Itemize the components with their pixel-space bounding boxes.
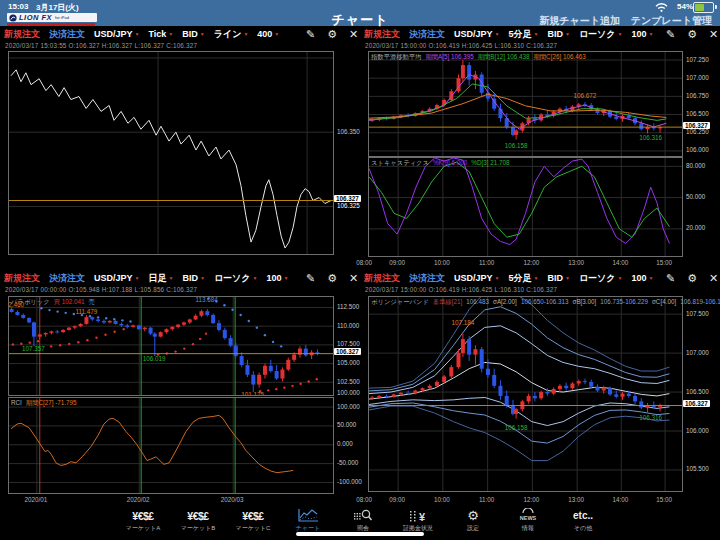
edit-chart-icon[interactable]: ✎ [666, 28, 675, 41]
home-indicator[interactable] [296, 532, 424, 536]
edit-chart-icon[interactable]: ✎ [306, 28, 315, 41]
chart-3-sub-plot[interactable] [8, 397, 334, 494]
timeframe-dropdown[interactable]: 5分足▼ [508, 272, 538, 285]
dock-item-market-c[interactable]: ¥€$£マーケットC [227, 508, 279, 533]
timeframe-dropdown[interactable]: 日足▼ [148, 272, 173, 285]
top-bar: 15:03 3月17日(火) 54% LION FX for iPad チャート… [0, 0, 720, 26]
caret-down-icon: ▼ [135, 31, 140, 37]
axis-label: 106.750 [686, 92, 709, 99]
price-annotation: 106.316 [639, 134, 662, 141]
dock-item-market-a[interactable]: ¥€$£マーケットA [117, 508, 169, 533]
caret-down-icon: ▼ [565, 31, 570, 37]
dock-label: マーケットA [117, 524, 169, 533]
caret-down-icon: ▼ [135, 275, 140, 281]
side-dropdown[interactable]: BID▼ [182, 29, 204, 39]
new-order-button[interactable]: 新規注文 [364, 28, 400, 41]
chart-type-dropdown[interactable]: ローソク▼ [214, 272, 258, 285]
axis-label: -100.000 [337, 478, 362, 485]
caret-down-icon: ▼ [565, 275, 570, 281]
bar-count-dropdown[interactable]: 100▼ [631, 29, 653, 39]
close-order-button[interactable]: 決済注文 [409, 28, 445, 41]
chart-4-indicator-readout: ボリンジャーバンド基準線[21]106.483σA[2.00]106.650-1… [371, 298, 720, 307]
status-time: 15:03 [8, 2, 28, 11]
time-axis-label: 15:00 [649, 259, 679, 266]
chart-2-main-plot[interactable]: 106.672106.158106.316 [368, 51, 683, 157]
axis-label: 107.000 [686, 349, 709, 356]
time-axis-label: 09:00 [382, 259, 412, 266]
side-dropdown[interactable]: BID▼ [547, 273, 569, 283]
dock-label: マーケットB [172, 524, 224, 533]
market-c-icon: ¥€$£ [227, 508, 279, 523]
caret-down-icon: ▼ [533, 31, 538, 37]
axis-label: 105.000 [337, 359, 360, 366]
dock-item-margin-status[interactable]: ¥証拠金状況 [392, 508, 444, 533]
close-chart-icon[interactable]: ✕ [709, 272, 718, 285]
axis-label: 100.000 [337, 403, 360, 410]
chart-2-sub-indicator-readout: ストキャスティクス%K[9] 6.000%D[3] 21.708 [371, 159, 514, 168]
time-axis-label: 14:00 [605, 496, 635, 503]
bar-count-dropdown[interactable]: 100▼ [631, 273, 653, 283]
axis-label: 107.250 [686, 56, 709, 63]
dock-item-others[interactable]: etc..その他 [557, 508, 609, 533]
price-annotation: 107.184 [452, 319, 475, 326]
side-dropdown[interactable]: BID▼ [182, 273, 204, 283]
caret-down-icon: ▼ [168, 275, 173, 281]
template-manage-button[interactable]: テンプレート管理 [631, 14, 712, 28]
chart-3-main-plot[interactable]: 112.460111.479107.357113.684106.019101.1… [8, 296, 334, 396]
battery-tip [715, 5, 717, 9]
time-axis-label: 09:00 [382, 496, 412, 503]
time-axis-label: 2020/03 [217, 496, 247, 503]
chart-type-dropdown[interactable]: ローソク▼ [579, 28, 623, 41]
pair-dropdown[interactable]: USD/JPY▼ [94, 273, 139, 283]
close-chart-icon[interactable]: ✕ [349, 272, 358, 285]
caret-down-icon: ▼ [168, 31, 173, 37]
chart-settings-icon[interactable]: ⚙ [327, 28, 337, 41]
axis-label: 107.500 [337, 340, 360, 347]
close-chart-icon[interactable]: ✕ [709, 28, 718, 41]
new-order-button[interactable]: 新規注文 [4, 28, 40, 41]
close-chart-icon[interactable]: ✕ [349, 28, 358, 41]
caret-down-icon: ▼ [533, 275, 538, 281]
axis-label: 50.000 [337, 421, 356, 428]
axis-label: 20.000 [686, 224, 705, 231]
side-dropdown[interactable]: BID▼ [547, 29, 569, 39]
close-order-button[interactable]: 決済注文 [49, 272, 85, 285]
margin-status-icon: ¥ [392, 508, 444, 523]
chart-settings-icon[interactable]: ⚙ [327, 272, 337, 285]
chart-4-ohlc-info: 2020/03/17 15:00:00 O:106.419 H:106.425 … [365, 286, 557, 293]
time-axis-label: 12:00 [516, 496, 546, 503]
axis-label: 106.500 [686, 110, 709, 117]
dock-item-chart[interactable]: チャート [282, 508, 334, 533]
timeframe-dropdown[interactable]: 5分足▼ [508, 28, 538, 41]
chart-settings-icon[interactable]: ⚙ [687, 272, 697, 285]
bar-count-dropdown[interactable]: 400▼ [257, 29, 279, 39]
market-b-icon: ¥€$£ [172, 508, 224, 523]
close-order-button[interactable]: 決済注文 [49, 28, 85, 41]
edit-chart-icon[interactable]: ✎ [306, 272, 315, 285]
chart-1-main-plot[interactable] [8, 51, 334, 255]
new-order-button[interactable]: 新規注文 [4, 272, 40, 285]
pair-dropdown[interactable]: USD/JPY▼ [94, 29, 139, 39]
dock-item-market-b[interactable]: ¥€$£マーケットB [172, 508, 224, 533]
dock-label: その他 [557, 524, 609, 533]
time-axis-label: 08:00 [349, 259, 379, 266]
close-order-button[interactable]: 決済注文 [409, 272, 445, 285]
chart-settings-icon[interactable]: ⚙ [687, 28, 697, 41]
edit-chart-icon[interactable]: ✎ [666, 272, 675, 285]
new-order-button[interactable]: 新規注文 [364, 272, 400, 285]
bar-count-dropdown[interactable]: 100▼ [266, 273, 288, 283]
pair-dropdown[interactable]: USD/JPY▼ [454, 29, 499, 39]
dock-item-settings[interactable]: ⚙設定 [447, 508, 499, 533]
chart-type-dropdown[interactable]: ローソク▼ [579, 272, 623, 285]
pair-dropdown[interactable]: USD/JPY▼ [454, 273, 499, 283]
dock-item-inquiry[interactable]: 照会 [337, 508, 389, 533]
chart-2-sub-plot[interactable] [368, 157, 683, 257]
add-chart-button[interactable]: 新規チャート追加 [539, 14, 620, 28]
time-axis-label: 2020/01 [21, 496, 51, 503]
chart-4-main-plot[interactable]: 107.184106.158106.316 [368, 296, 683, 492]
axis-label: 110.000 [337, 322, 359, 329]
dock-item-news[interactable]: NEWS情報 [502, 508, 554, 533]
chart-type-dropdown[interactable]: ライン▼ [214, 28, 249, 41]
caret-down-icon: ▼ [274, 31, 279, 37]
timeframe-dropdown[interactable]: Tick▼ [148, 29, 173, 39]
